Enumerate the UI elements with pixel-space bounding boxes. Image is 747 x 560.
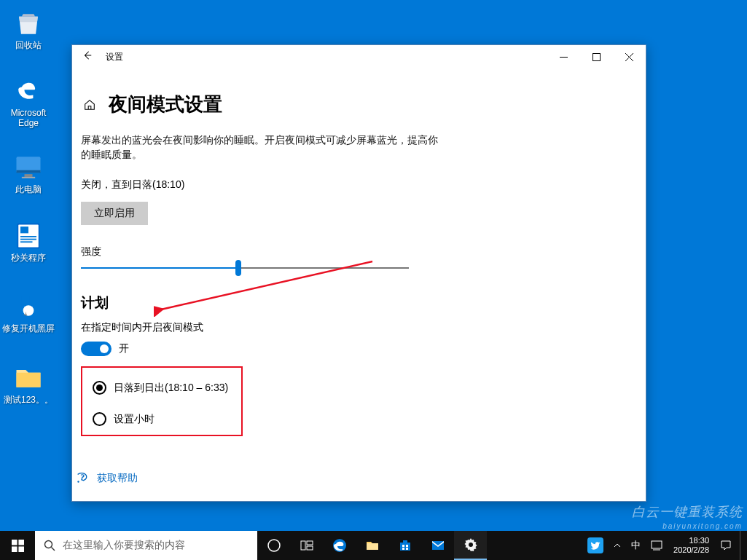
svg-rect-6	[20, 226, 28, 233]
svg-rect-15	[593, 53, 601, 60]
desktop-label: 秒关程序	[2, 253, 55, 263]
strength-label: 强度	[81, 245, 621, 259]
help-icon	[75, 472, 88, 485]
radio-set-hours[interactable]: 设置小时	[93, 412, 231, 426]
radio-label: 日落到日出(18:10 – 6:33)	[114, 382, 228, 395]
app-title: 设置	[106, 51, 123, 63]
desktop-label: Microsoft Edge	[2, 108, 55, 128]
back-button[interactable]	[79, 49, 95, 65]
desktop-icon-folder[interactable]: 测试123。。	[2, 362, 55, 405]
help-text: 获取帮助	[97, 472, 138, 485]
tray-chevron-up-icon[interactable]	[609, 531, 626, 560]
tray-time: 18:30	[689, 536, 709, 545]
svg-rect-26	[307, 546, 313, 550]
search-box[interactable]: 在这里输入你要搜索的内容	[35, 531, 257, 560]
tray-datetime[interactable]: 18:30 2020/2/28	[668, 536, 715, 555]
fix-icon	[12, 291, 44, 323]
svg-rect-10	[22, 296, 28, 302]
taskbar-store-icon[interactable]	[388, 531, 421, 560]
svg-point-17	[77, 481, 79, 482]
desktop-icon-fix-black[interactable]: 修复开机黑屏	[0, 291, 58, 334]
settings-window: 设置 夜间模式设置 屏幕发出的蓝光会在夜间影响你的睡眠。开启夜间模式可减少屏幕蓝…	[71, 44, 646, 502]
cortana-icon[interactable]	[257, 531, 290, 560]
taskbar-mail-icon[interactable]	[421, 531, 454, 560]
svg-point-14	[23, 305, 34, 316]
svg-point-30	[469, 543, 473, 547]
svg-rect-7	[20, 236, 36, 237]
desktop-icon-recycle-bin[interactable]: 回收站	[2, 7, 55, 50]
radio-icon	[93, 381, 106, 395]
search-placeholder: 在这里输入你要搜索的内容	[63, 539, 185, 552]
get-help-link[interactable]: 获取帮助	[75, 472, 138, 485]
status-text: 关闭，直到日落(18:10)	[81, 178, 621, 192]
taskbar-edge-icon[interactable]	[323, 531, 356, 560]
watermark-main: 白云一键重装系统	[632, 505, 743, 519]
task-view-icon[interactable]	[290, 531, 323, 560]
desktop-label: 此电脑	[2, 184, 55, 194]
description: 屏幕发出的蓝光会在夜间影响你的睡眠。开启夜间模式可减少屏幕蓝光，提高你的睡眠质量…	[81, 133, 445, 162]
schedule-toggle[interactable]	[81, 342, 112, 356]
svg-rect-19	[18, 540, 24, 545]
home-icon[interactable]	[81, 96, 98, 114]
svg-rect-4	[22, 177, 35, 178]
start-now-button[interactable]: 立即启用	[81, 202, 148, 225]
svg-rect-11	[30, 296, 36, 302]
taskbar: 在这里输入你要搜索的内容 中 18:30 2020/2/28	[0, 531, 747, 560]
start-button[interactable]	[0, 531, 35, 560]
pc-icon	[12, 151, 44, 184]
tray-date: 2020/2/28	[673, 545, 709, 555]
tray-twitter-icon[interactable]	[582, 531, 609, 560]
desktop-label: 修复开机黑屏	[0, 323, 58, 334]
svg-point-22	[45, 541, 52, 548]
radio-label: 设置小时	[114, 413, 155, 426]
radio-sunset[interactable]: 日落到日出(18:10 – 6:33)	[93, 381, 231, 395]
tray-notifications-icon[interactable]	[715, 531, 737, 560]
app-icon	[12, 220, 44, 252]
svg-rect-20	[12, 546, 17, 552]
desktop-label: 回收站	[2, 40, 55, 50]
svg-point-23	[268, 540, 280, 551]
slider-thumb[interactable]	[235, 260, 241, 276]
watermark: 白云一键重装系统 baiyunxitong.com	[632, 505, 743, 534]
desktop-icon-this-pc[interactable]: 此电脑	[2, 151, 55, 194]
desktop-label: 测试123。。	[2, 395, 55, 405]
edge-icon	[12, 75, 44, 107]
strength-slider[interactable]	[81, 267, 409, 269]
svg-rect-3	[25, 174, 33, 177]
svg-rect-2	[17, 170, 41, 173]
minimize-button[interactable]	[547, 45, 580, 68]
svg-rect-21	[18, 546, 24, 552]
slider-fill	[81, 267, 238, 269]
schedule-heading: 计划	[81, 293, 621, 312]
taskbar-explorer-icon[interactable]	[356, 531, 388, 560]
toggle-state: 开	[119, 342, 129, 355]
folder-icon	[12, 362, 44, 394]
page-title: 夜间模式设置	[109, 92, 222, 117]
show-desktop-button[interactable]	[740, 531, 744, 560]
titlebar: 设置	[72, 45, 646, 68]
search-icon	[44, 540, 55, 551]
schedule-switch-label: 在指定时间内开启夜间模式	[81, 321, 621, 334]
svg-rect-25	[307, 541, 313, 545]
svg-rect-32	[652, 541, 662, 548]
svg-rect-9	[20, 241, 33, 242]
close-button[interactable]	[613, 45, 646, 68]
desktop-icon-edge[interactable]: Microsoft Edge	[2, 75, 55, 128]
svg-rect-8	[20, 239, 36, 240]
maximize-button[interactable]	[580, 45, 613, 68]
recycle-bin-icon	[12, 7, 44, 39]
tray-ime-icon[interactable]: 中	[626, 531, 646, 560]
svg-rect-18	[12, 540, 17, 545]
tray-input-icon[interactable]	[646, 531, 668, 560]
radio-icon	[93, 412, 106, 426]
desktop-icon-quick-close[interactable]: 秒关程序	[2, 220, 55, 263]
svg-rect-24	[301, 541, 305, 550]
taskbar-settings-icon[interactable]	[454, 531, 487, 560]
highlight-annotation: 日落到日出(18:10 – 6:33) 设置小时	[81, 366, 243, 436]
